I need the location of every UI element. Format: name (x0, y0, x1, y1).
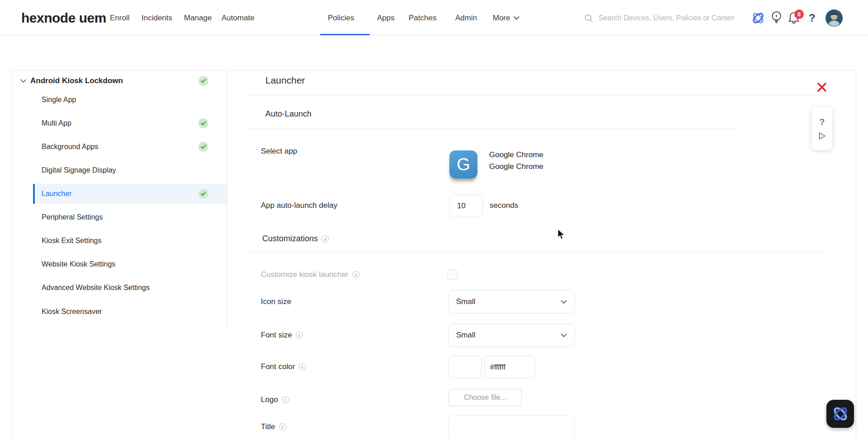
nav-admin[interactable]: Admin (455, 14, 477, 23)
font-color-label: Font color i (261, 362, 306, 371)
select-app-label: Select app (261, 147, 297, 156)
info-icon[interactable]: i (279, 423, 286, 431)
info-icon[interactable]: i (321, 235, 329, 242)
check-complete-icon (198, 76, 208, 86)
sidebar-divider (227, 70, 227, 332)
auto-launch-delay-input[interactable] (449, 195, 483, 217)
nav-enroll[interactable]: Enroll (110, 14, 129, 23)
sidebar-item-single-app[interactable]: Single App (42, 96, 76, 104)
help-icon[interactable]: ? (809, 12, 816, 24)
hexnode-chat-widget[interactable] (826, 400, 854, 428)
sidebar-item-website-kiosk-settings[interactable]: Website Kiosk Settings (42, 260, 115, 268)
auto-launch-section-title: Auto-Launch (265, 109, 311, 119)
selected-app-icon[interactable]: G (449, 150, 477, 178)
sidebar-item-kiosk-screensaver[interactable]: Kiosk Screensaver (42, 308, 102, 316)
font-color-swatch[interactable] (448, 356, 481, 379)
logo-choose-file-button[interactable]: Choose file... (448, 389, 522, 406)
notification-count-badge[interactable]: 8 (794, 9, 804, 19)
sidebar-item-kiosk-exit-settings[interactable]: Kiosk Exit Settings (42, 237, 102, 245)
info-icon[interactable]: i (352, 271, 359, 278)
customize-kiosk-launcher-checkbox[interactable] (448, 270, 458, 280)
section-page-title: Launcher (265, 75, 305, 86)
font-size-label: Font size i (261, 331, 303, 340)
chevron-down-icon (561, 300, 567, 304)
sidebar-root-android-kiosk-lockdown[interactable]: Android Kiosk Lockdown (30, 76, 123, 85)
floating-help-widget: ? (811, 107, 832, 150)
nav-more[interactable]: More (493, 14, 519, 23)
lightbulb-tips-icon[interactable] (771, 11, 782, 25)
chevron-down-icon (561, 333, 567, 337)
search-input[interactable] (599, 14, 734, 22)
logo-label: Logo i (261, 395, 289, 404)
top-navbar: hexnode uem Enroll Incidents Manage Auto… (0, 0, 868, 35)
font-color-hex-input[interactable] (484, 356, 535, 379)
check-complete-icon (198, 118, 208, 128)
info-icon[interactable]: i (282, 396, 289, 403)
sidebar-item-background-apps[interactable]: Background Apps (42, 143, 98, 151)
user-avatar[interactable] (826, 9, 843, 27)
customize-kiosk-launcher-label: Customize kiosk launcher i (261, 270, 359, 279)
divider (247, 129, 740, 129)
play-video-icon[interactable] (818, 132, 826, 140)
active-tab-underline (320, 34, 370, 35)
nav-automate[interactable]: Automate (222, 14, 255, 23)
check-complete-icon (198, 189, 208, 199)
sidebar-item-peripheral-settings[interactable]: Peripheral Settings (42, 213, 103, 221)
nav-policies[interactable]: Policies (328, 14, 354, 23)
contextual-help-icon[interactable]: ? (819, 117, 825, 127)
nav-manage[interactable]: Manage (184, 14, 212, 23)
customizations-section-title: Customizations i (262, 234, 329, 243)
nav-patches[interactable]: Patches (409, 14, 436, 23)
icon-size-label: Icon size (261, 297, 291, 306)
hexnode-logo[interactable]: hexnode uem (21, 10, 106, 26)
nav-apps[interactable]: Apps (377, 14, 395, 23)
title-label: Title i (261, 422, 286, 431)
divider (247, 252, 823, 253)
sidebar-item-digital-signage-display[interactable]: Digital Signage Display (42, 166, 116, 174)
title-input[interactable] (448, 416, 575, 440)
divider (247, 95, 823, 95)
info-icon[interactable]: i (296, 332, 303, 339)
info-icon[interactable]: i (299, 363, 306, 370)
close-section-icon[interactable] (816, 82, 827, 93)
hexnode-knot-icon (831, 406, 849, 422)
check-complete-icon (198, 142, 208, 152)
hexnode-spark-icon[interactable] (751, 11, 765, 25)
selected-app-name: Google Chrome (489, 150, 543, 159)
font-size-select[interactable]: Small (448, 323, 575, 347)
icon-size-select[interactable]: Small (448, 290, 575, 314)
search-icon (585, 14, 593, 23)
sidebar-item-advanced-website-kiosk-settings[interactable]: Advanced Website Kiosk Settings (42, 284, 150, 292)
auto-launch-delay-label: App auto-launch delay (261, 201, 337, 210)
global-search[interactable] (585, 10, 738, 26)
nav-incidents[interactable]: Incidents (142, 14, 172, 23)
page-header: Create Policy Cancel Save (0, 35, 868, 70)
selected-app-subtitle: Google Chrome (489, 162, 543, 171)
chevron-down-icon (514, 16, 519, 20)
sidebar-item-multi-app[interactable]: Multi App (42, 119, 71, 127)
delay-unit-label: seconds (490, 201, 518, 210)
content-frame (12, 70, 856, 440)
tree-collapse-chevron-icon[interactable] (20, 79, 26, 83)
sidebar-item-launcher[interactable]: Launcher (42, 190, 72, 198)
